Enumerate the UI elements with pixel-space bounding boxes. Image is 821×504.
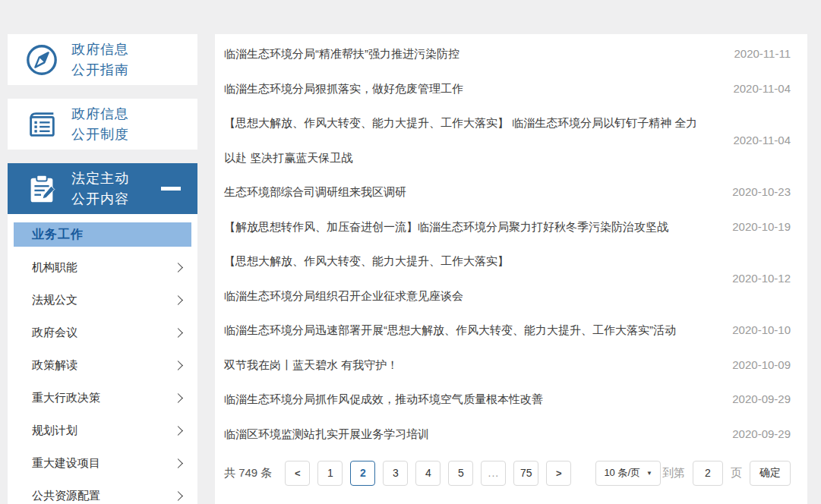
chevron-right-icon xyxy=(173,295,183,305)
page-number-label: ... xyxy=(488,467,500,479)
page: 政府信息 公开指南 政府信息 公开制度 xyxy=(0,0,821,504)
ledger-icon xyxy=(24,107,59,142)
prev-page-button[interactable]: < xyxy=(285,461,310,486)
submenu-item-label: 重大行政决策 xyxy=(32,391,100,405)
article-date: 2020-10-12 xyxy=(725,272,791,285)
sidebar-item-label: 法定主动 公开内容 xyxy=(71,169,129,209)
article-date: 2020-10-09 xyxy=(725,358,791,371)
sidebar-item-label: 政府信息 公开指南 xyxy=(71,39,129,80)
list-item[interactable]: 生态环境部综合司调研组来我区调研 2020-10-23 xyxy=(224,175,791,209)
collapse-minus-icon[interactable] xyxy=(161,187,181,191)
submenu-item[interactable]: 政府会议 xyxy=(8,317,197,349)
caret-down-icon: ▼ xyxy=(646,470,652,477)
article-list: 临淄生态环境分局“精准帮扶”强力推进污染防控 2020-11-11 临淄生态环境… xyxy=(224,36,791,451)
submenu-item-label: 政府会议 xyxy=(32,326,77,340)
page-number-button[interactable]: 4 xyxy=(415,461,440,486)
page-number-button[interactable]: ... xyxy=(481,461,506,486)
sidebar-submenu: 业务工作 机构职能 法规公文 政府会议 政策解读 重大行政决策 xyxy=(8,214,197,504)
submenu-item[interactable]: 机构职能 xyxy=(8,251,197,284)
list-item[interactable]: 双节我在岗丨蓝天碧水 有我守护！ 2020-10-09 xyxy=(224,348,791,383)
page-number-label: 4 xyxy=(425,467,431,479)
article-title[interactable]: 临淄区环境监测站扎实开展业务学习培训 xyxy=(224,417,725,452)
page-number-label: 2 xyxy=(360,467,366,479)
list-item[interactable]: 临淄区环境监测站扎实开展业务学习培训 2020-09-29 xyxy=(224,417,791,452)
chevron-right-icon xyxy=(173,491,183,501)
submenu-item-label: 重大建设项目 xyxy=(32,456,100,471)
article-date: 2020-10-10 xyxy=(725,323,791,336)
submenu-item[interactable]: 重大建设项目 xyxy=(8,447,197,480)
page-number-button[interactable]: 3 xyxy=(383,461,408,486)
sidebar-item-legal-disclosure[interactable]: 法定主动 公开内容 xyxy=(8,163,197,214)
page-number-buttons: 1 2 3 4 5 ... 75 xyxy=(317,461,546,486)
clipboard-pencil-icon xyxy=(24,172,59,206)
pagination-bar: 共 749 条 < 1 2 3 4 5 ... xyxy=(224,458,791,488)
submenu-item[interactable]: 业务工作 xyxy=(14,222,191,247)
article-date: 2020-10-23 xyxy=(725,185,791,198)
page-number-button[interactable]: 2 xyxy=(350,461,375,486)
chevron-right-icon xyxy=(173,263,183,272)
submenu-item[interactable]: 公共资源配置 xyxy=(8,480,197,504)
sidebar-item-system[interactable]: 政府信息 公开制度 xyxy=(8,99,197,150)
jump-suffix-label: 页 xyxy=(731,466,742,480)
jump-to-page: 到第 页 确定 xyxy=(662,461,791,486)
article-title[interactable]: 双节我在岗丨蓝天碧水 有我守护！ xyxy=(224,348,725,383)
article-title[interactable]: 临淄生态环境分局“精准帮扶”强力推进污染防控 xyxy=(224,36,725,71)
confirm-button[interactable]: 确定 xyxy=(750,461,791,486)
chevron-right-icon xyxy=(173,458,183,468)
list-item[interactable]: 【思想大解放、作风大转变、能力大提升、工作大落实】 临淄生态环境分局以钉钉子精神… xyxy=(224,106,791,175)
submenu-item[interactable]: 法规公文 xyxy=(8,284,197,317)
chevron-right-icon xyxy=(173,393,183,403)
submenu-item-label: 机构职能 xyxy=(32,260,77,275)
list-item[interactable]: 临淄生态环境分局迅速部署开展“思想大解放、作风大转变、能力大提升、工作大落实”活… xyxy=(224,313,791,348)
article-date: 2020-10-19 xyxy=(725,220,791,233)
total-count: 共 749 条 xyxy=(224,466,272,480)
article-date: 2020-11-04 xyxy=(725,82,791,95)
article-title[interactable]: 临淄生态环境分局迅速部署开展“思想大解放、作风大转变、能力大提升、工作大落实”活… xyxy=(224,313,725,348)
jump-page-input[interactable] xyxy=(693,461,723,486)
sidebar: 政府信息 公开指南 政府信息 公开制度 xyxy=(8,34,197,504)
chevron-right-icon xyxy=(173,328,183,338)
list-item[interactable]: 临淄生态环境分局抓作风促成效，推动环境空气质量根本性改善 2020-09-29 xyxy=(224,382,791,417)
page-number-label: 1 xyxy=(327,467,333,479)
list-item[interactable]: 临淄生态环境分局狠抓落实，做好危废管理工作 2020-11-04 xyxy=(224,71,791,106)
submenu-item-label: 政策解读 xyxy=(32,358,77,373)
next-page-button[interactable]: > xyxy=(546,461,571,486)
page-number-button[interactable]: 75 xyxy=(513,461,538,486)
article-title[interactable]: 临淄生态环境分局抓作风促成效，推动环境空气质量根本性改善 xyxy=(224,382,725,417)
chevron-right-icon xyxy=(173,426,183,436)
page-number-button[interactable]: 1 xyxy=(317,461,343,486)
submenu-item[interactable]: 重大行政决策 xyxy=(8,382,197,414)
submenu-item-label: 法规公文 xyxy=(32,293,77,307)
article-date: 2020-09-29 xyxy=(725,427,791,440)
submenu-item-label: 规划计划 xyxy=(32,424,77,438)
list-item[interactable]: 【解放思想转作风、加压奋进创一流】临淄生态环境分局聚力打好秋冬季污染防治攻坚战 … xyxy=(224,209,791,244)
page-number-label: 3 xyxy=(393,467,399,479)
page-number-label: 75 xyxy=(520,467,532,479)
page-number-label: 5 xyxy=(458,467,464,479)
page-size-value: 10 条/页 xyxy=(604,466,640,480)
article-title[interactable]: 临淄生态环境分局狠抓落实，做好危废管理工作 xyxy=(224,71,725,106)
article-date: 2020-11-11 xyxy=(725,47,791,60)
list-item[interactable]: 临淄生态环境分局“精准帮扶”强力推进污染防控 2020-11-11 xyxy=(224,36,791,71)
submenu-item[interactable]: 政策解读 xyxy=(8,349,197,382)
submenu-item-label: 业务工作 xyxy=(32,227,84,243)
article-title[interactable]: 生态环境部综合司调研组来我区调研 xyxy=(224,175,725,209)
chevron-right-icon xyxy=(173,361,183,370)
page-size-select[interactable]: 10 条/页 ▼ xyxy=(595,461,661,486)
submenu-item-label: 公共资源配置 xyxy=(32,489,100,503)
sidebar-item-label: 政府信息 公开制度 xyxy=(71,104,129,145)
jump-prefix-label: 到第 xyxy=(662,466,685,480)
content-panel: 临淄生态环境分局“精准帮扶”强力推进污染防控 2020-11-11 临淄生态环境… xyxy=(215,34,807,504)
page-number-button[interactable]: 5 xyxy=(448,461,473,486)
article-date: 2020-09-29 xyxy=(725,392,791,405)
article-date: 2020-11-04 xyxy=(725,134,791,146)
compass-icon xyxy=(24,43,59,77)
article-title[interactable]: 【思想大解放、作风大转变、能力大提升、工作大落实】 临淄生态环境分局组织召开企业… xyxy=(224,244,725,313)
submenu-item[interactable]: 规划计划 xyxy=(8,414,197,447)
sidebar-item-guide[interactable]: 政府信息 公开指南 xyxy=(8,34,197,85)
article-title[interactable]: 【思想大解放、作风大转变、能力大提升、工作大落实】 临淄生态环境分局以钉钉子精神… xyxy=(224,106,725,175)
article-title[interactable]: 【解放思想转作风、加压奋进创一流】临淄生态环境分局聚力打好秋冬季污染防治攻坚战 xyxy=(224,209,725,244)
list-item[interactable]: 【思想大解放、作风大转变、能力大提升、工作大落实】 临淄生态环境分局组织召开企业… xyxy=(224,244,791,313)
